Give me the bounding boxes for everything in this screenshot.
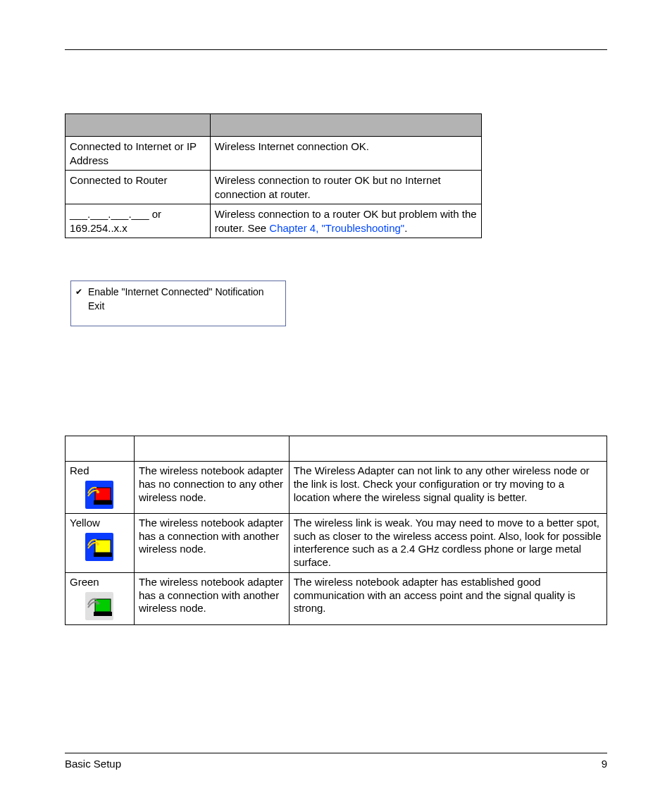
- color-status-table: Red The wireless notebook adapter has no…: [65, 436, 607, 625]
- color-cell-red: Red: [66, 462, 135, 514]
- svg-point-3: [97, 491, 99, 493]
- condition-cell: The wireless notebook adapter has no con…: [134, 462, 289, 514]
- table-header-row: [66, 114, 482, 137]
- status-desc-cell: Wireless connection to a router OK but p…: [210, 204, 481, 238]
- table-row: Red The wireless notebook adapter has no…: [66, 462, 607, 514]
- svg-rect-5: [95, 540, 111, 553]
- wireless-status-red-icon: [70, 479, 130, 510]
- menu-item-exit: Exit: [75, 300, 281, 314]
- desc-text-post: .: [404, 222, 407, 234]
- description-cell: The Wireless Adapter can not link to any…: [289, 462, 606, 514]
- table-header-cell: [66, 436, 135, 462]
- table-row: Connected to Router Wireless connection …: [66, 171, 482, 204]
- svg-point-11: [97, 602, 99, 605]
- menu-item-label: Exit: [88, 300, 104, 314]
- menu-item-enable-notification: ✔ Enable "Internet Connected" Notificati…: [75, 285, 281, 300]
- svg-rect-6: [94, 553, 112, 557]
- color-label: Yellow: [70, 517, 130, 530]
- condition-cell: The wireless notebook adapter has a conn…: [134, 513, 289, 572]
- svg-rect-10: [94, 612, 112, 616]
- status-label-cell: ___.___.___.___ or 169.254..x.x: [66, 204, 211, 238]
- condition-cell: The wireless notebook adapter has a conn…: [134, 572, 289, 624]
- table-row: ___.___.___.___ or 169.254..x.x Wireless…: [66, 204, 482, 238]
- document-page: Connected to Internet or IP Address Wire…: [0, 0, 672, 807]
- table-header-cell: [210, 114, 481, 137]
- connection-status-table: Connected to Internet or IP Address Wire…: [65, 113, 482, 238]
- color-label: Green: [70, 576, 130, 589]
- color-cell-yellow: Yellow: [66, 513, 135, 572]
- table-header-cell: [134, 436, 289, 462]
- footer-section-title: Basic Setup: [65, 758, 121, 770]
- footer-rule: [65, 753, 607, 753]
- status-label-cell: Connected to Router: [66, 171, 211, 204]
- page-number: 9: [602, 758, 607, 770]
- description-cell: The wireless link is weak. You may need …: [289, 513, 606, 572]
- page-footer: Basic Setup 9: [65, 753, 607, 770]
- color-label: Red: [70, 464, 130, 478]
- status-label-cell: Connected to Internet or IP Address: [66, 137, 211, 171]
- color-cell-green: Green: [66, 572, 135, 624]
- table-row: Connected to Internet or IP Address Wire…: [66, 137, 482, 171]
- wireless-status-yellow-icon: [70, 531, 130, 562]
- status-desc-cell: Wireless Internet connection OK.: [210, 137, 481, 171]
- table-header-row: [66, 436, 607, 462]
- svg-rect-9: [95, 599, 111, 612]
- checkmark-icon: ✔: [75, 286, 88, 298]
- wireless-status-green-icon: [70, 591, 130, 622]
- troubleshooting-link[interactable]: Chapter 4, "Troubleshooting": [269, 222, 404, 234]
- table-header-cell: [289, 436, 606, 462]
- svg-rect-2: [94, 500, 112, 505]
- status-desc-cell: Wireless connection to router OK but no …: [210, 171, 481, 204]
- menu-item-label: Enable "Internet Connected" Notification: [88, 285, 264, 300]
- description-cell: The wireless notebook adapter has establ…: [289, 572, 606, 624]
- svg-rect-1: [95, 488, 111, 500]
- header-rule: [65, 49, 607, 50]
- svg-point-7: [97, 543, 99, 546]
- context-menu-figure: ✔ Enable "Internet Connected" Notificati…: [70, 281, 286, 326]
- table-header-cell: [66, 114, 211, 137]
- table-row: Green The wireless notebook adapter has …: [66, 572, 607, 624]
- table-row: Yellow The wireless notebook adapter has…: [66, 513, 607, 572]
